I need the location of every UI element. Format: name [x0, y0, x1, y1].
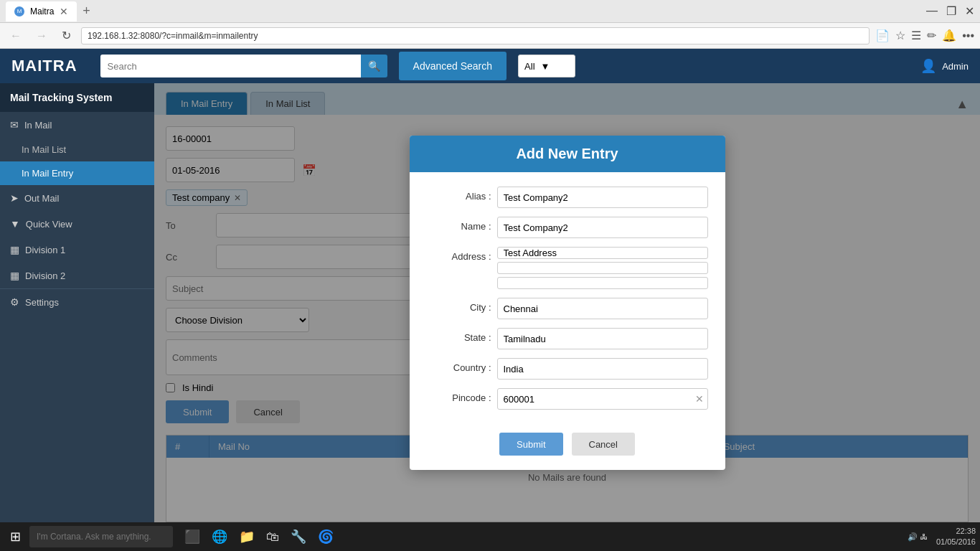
address-line3-input[interactable] [497, 277, 708, 289]
user-label: Admin [942, 61, 969, 72]
advanced-search-button[interactable]: Advanced Search [399, 52, 507, 80]
minimize-btn[interactable]: — [926, 4, 938, 18]
app-header: MAITRA 🔍 Advanced Search All ▼ 👤 Admin [0, 49, 980, 83]
menu-icon[interactable]: ☰ [911, 29, 921, 42]
country-input[interactable] [497, 358, 708, 380]
modal-overlay: Add New Entry Alias : Name : Address : [154, 83, 980, 522]
user-avatar-icon: 👤 [920, 58, 936, 74]
sidebar-item-label: Division 1 [25, 245, 65, 255]
address-line1-input[interactable] [497, 247, 708, 259]
sidebar-subitem-label: In Mail Entry [22, 168, 73, 179]
address-label: Address : [427, 247, 491, 262]
app-body: Mail Tracking System ✉ In Mail In Mail L… [0, 83, 980, 522]
sidebar-item-label: In Mail [24, 120, 52, 131]
taskbar-app-icons: ⬛ 🌐 📁 🛍 🔧 🌀 [182, 526, 336, 547]
sidebar-item-in-mail[interactable]: ✉ In Mail [0, 112, 154, 138]
sidebar-item-out-mail[interactable]: ➤ Out Mail [0, 185, 154, 211]
filezilla-icon[interactable]: 🔧 [288, 526, 309, 547]
sidebar-item-settings[interactable]: ⚙ Settings [0, 289, 154, 315]
start-button[interactable]: ⊞ [4, 526, 27, 547]
address-input-group [497, 247, 708, 289]
search-container: 🔍 [100, 55, 387, 77]
quick-view-icon: ▼ [10, 218, 20, 230]
alias-row: Alias : [427, 187, 708, 208]
sidebar-item-division2[interactable]: ▦ Division 2 [0, 263, 154, 288]
sidebar-subitem-label: In Mail List [22, 144, 66, 155]
sidebar-item-division1[interactable]: ▦ Division 1 [0, 237, 154, 263]
browser-tab-title: Maitra [30, 6, 54, 17]
country-label: Country : [427, 358, 491, 373]
browser-tab-favicon: M [14, 6, 24, 17]
modal-cancel-button[interactable]: Cancel [572, 433, 635, 456]
mail-icon: ✉ [10, 119, 19, 131]
sidebar-item-in-mail-list[interactable]: In Mail List [0, 138, 154, 161]
cortana-search[interactable] [29, 526, 173, 547]
modal-title: Add New Entry [410, 136, 725, 172]
back-btn[interactable]: ← [6, 28, 26, 44]
dropdown-chevron-icon: ▼ [541, 61, 550, 72]
user-menu[interactable]: 👤 Admin [920, 58, 969, 74]
settings-icon: ⚙ [10, 296, 19, 308]
clock-time: 22:38 [936, 526, 976, 537]
name-label: Name : [427, 217, 491, 232]
main-content: In Mail Entry In Mail List ▲ 📅 Test comp… [154, 83, 980, 522]
city-label: City : [427, 298, 491, 313]
add-new-entry-modal: Add New Entry Alias : Name : Address : [410, 136, 725, 470]
explorer-icon[interactable]: 📁 [236, 526, 258, 547]
forward-btn[interactable]: → [32, 28, 52, 44]
name-input[interactable] [497, 217, 708, 238]
alias-input[interactable] [497, 187, 708, 208]
pincode-clear-btn[interactable]: ✕ [695, 393, 704, 405]
state-label: State : [427, 328, 491, 343]
browser-tab[interactable]: M Maitra ✕ [6, 1, 77, 22]
state-input[interactable] [497, 328, 708, 349]
bookmark-icon[interactable]: ☆ [895, 29, 905, 42]
system-tray-icons: 🔊 🖧 [905, 529, 930, 545]
address-line2-input[interactable] [497, 262, 708, 274]
maximize-btn[interactable]: ❐ [946, 4, 956, 18]
browser-new-tab-btn[interactable]: + [83, 4, 90, 19]
more-icon[interactable]: ••• [962, 29, 974, 42]
app-logo: MAITRA [11, 57, 77, 75]
name-row: Name : [427, 217, 708, 238]
sidebar-item-in-mail-entry[interactable]: In Mail Entry [0, 161, 154, 185]
close-btn[interactable]: ✕ [965, 4, 974, 18]
browser-titlebar: M Maitra ✕ + — ❐ ✕ [0, 0, 980, 23]
sidebar: Mail Tracking System ✉ In Mail In Mail L… [0, 83, 154, 522]
address-input[interactable]: 192.168.1.32:8080/?c=inmail&m=inmailentr… [81, 27, 870, 44]
refresh-btn[interactable]: ↻ [57, 27, 75, 44]
pincode-input[interactable] [497, 388, 708, 410]
alias-label: Alias : [427, 187, 491, 202]
notifications-icon[interactable]: 🔔 [942, 29, 956, 42]
division1-icon: ▦ [10, 244, 19, 255]
filter-dropdown[interactable]: All ▼ [518, 55, 575, 77]
state-row: State : [427, 328, 708, 349]
out-mail-icon: ➤ [10, 192, 19, 204]
sidebar-item-quick-view[interactable]: ▼ Quick View [0, 211, 154, 237]
address-row: Address : [427, 247, 708, 289]
search-button[interactable]: 🔍 [361, 55, 387, 77]
browser-tab-close-btn[interactable]: ✕ [60, 6, 68, 17]
taskbar-right-area: 🔊 🖧 22:38 01/05/2016 [905, 526, 976, 548]
edge-browser-icon[interactable]: 🌐 [209, 526, 230, 547]
modal-footer: Submit Cancel [410, 424, 725, 470]
dropdown-selected-value: All [524, 61, 534, 72]
sidebar-item-label: Out Mail [24, 193, 59, 204]
chrome-icon[interactable]: 🌀 [315, 526, 336, 547]
sidebar-item-label: Settings [25, 297, 59, 308]
sidebar-title: Mail Tracking System [0, 83, 154, 112]
country-row: Country : [427, 358, 708, 380]
reader-view-icon[interactable]: 📄 [875, 29, 890, 42]
modal-submit-button[interactable]: Submit [499, 433, 562, 456]
pincode-wrapper: ✕ [497, 388, 708, 410]
sidebar-item-label: Quick View [26, 219, 72, 230]
browser-addressbar: ← → ↻ 192.168.1.32:8080/?c=inmail&m=inma… [0, 23, 980, 49]
search-input[interactable] [100, 55, 361, 77]
sidebar-item-label: Division 2 [25, 270, 65, 281]
city-input[interactable] [497, 298, 708, 319]
tools-icon[interactable]: ✏ [927, 29, 936, 42]
task-view-icon[interactable]: ⬛ [182, 526, 203, 547]
store-icon[interactable]: 🛍 [263, 527, 282, 547]
city-row: City : [427, 298, 708, 319]
clock-date: 01/05/2016 [936, 537, 976, 547]
